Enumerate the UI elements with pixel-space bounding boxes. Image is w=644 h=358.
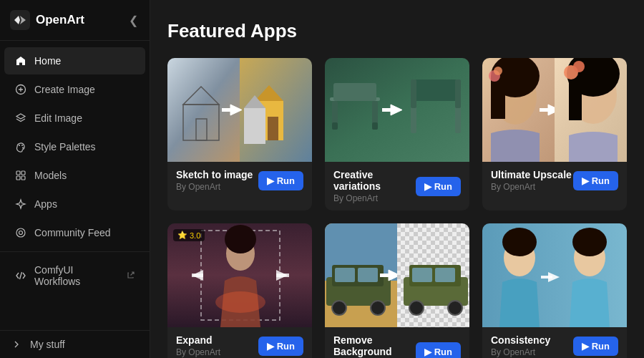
run-button-creative[interactable]: ▶ Run	[416, 177, 461, 196]
run-button-removebg[interactable]: ▶ Run	[416, 342, 461, 359]
svg-rect-75	[380, 274, 391, 277]
app-card-info-removebg: Remove Background By OpenArt ▶ Run	[325, 327, 469, 358]
svg-point-10	[19, 231, 23, 235]
svg-rect-72	[335, 268, 355, 282]
svg-point-87	[502, 228, 537, 256]
app-card-title-upscale: Ultimate Upscale	[491, 169, 572, 180]
svg-rect-45	[540, 108, 551, 112]
svg-rect-91	[541, 276, 552, 279]
sidebar-label-create-image: Create Image	[34, 84, 95, 95]
app-card-consistency[interactable]: Consistency By OpenArt ▶ Run	[482, 223, 627, 358]
run-button-consistency[interactable]: ▶ Run	[573, 337, 618, 356]
svg-point-70	[332, 301, 346, 315]
svg-point-51	[573, 61, 585, 72]
svg-rect-36	[411, 79, 416, 108]
svg-rect-6	[21, 171, 25, 175]
app-card-author-consistency: By OpenArt	[491, 347, 550, 357]
sidebar-label-comfyui: ComfyUI Workflows	[34, 264, 119, 287]
palette-icon	[14, 140, 27, 153]
svg-rect-60	[276, 274, 289, 277]
app-card-info-expand: Expand By OpenArt ▶ Run	[167, 327, 312, 358]
app-card-text-creative: Creative variations By OpenArt	[333, 169, 416, 203]
sidebar-item-apps[interactable]: Apps	[4, 190, 145, 218]
svg-point-43	[494, 67, 502, 75]
app-card-title-removebg: Remove Background	[333, 334, 416, 357]
layers-icon	[14, 112, 27, 125]
app-card-image-upscale	[482, 58, 627, 162]
app-card-creative-variations[interactable]: Creative variations By OpenArt ▶ Run	[325, 58, 469, 211]
svg-rect-49	[569, 74, 582, 120]
run-button-upscale[interactable]: ▶ Run	[573, 171, 618, 190]
chevron-right-icon	[10, 338, 23, 351]
home-icon	[14, 54, 27, 67]
app-card-info-sketch: Sketch to image By OpenArt ▶ Run	[167, 162, 312, 199]
svg-point-55	[225, 225, 256, 253]
svg-point-9	[16, 228, 25, 237]
sidebar-item-create-image[interactable]: Create Image	[4, 76, 145, 103]
svg-rect-22	[222, 108, 233, 112]
app-card-author-upscale: By OpenArt	[491, 182, 572, 192]
app-card-title-consistency: Consistency	[491, 334, 550, 346]
apps-grid: Sketch to image By OpenArt ▶ Run	[167, 58, 627, 358]
rating-badge: ⭐ 3.0	[173, 229, 205, 241]
svg-rect-31	[382, 108, 394, 112]
svg-rect-28	[332, 122, 338, 130]
sidebar-label-style-palettes: Style Palettes	[34, 141, 96, 153]
sidebar-collapse-button[interactable]: ❮	[126, 12, 141, 29]
logo: OpenArt	[10, 10, 84, 30]
sidebar-item-my-stuff[interactable]: My stuff	[0, 330, 150, 358]
svg-rect-8	[21, 176, 25, 180]
svg-point-56	[215, 291, 265, 313]
openart-logo-icon	[10, 10, 30, 30]
app-card-ultimate-upscale[interactable]: Ultimate Upscale By OpenArt ▶ Run	[482, 58, 627, 211]
sidebar-item-comfyui[interactable]: ComfyUI Workflows	[4, 257, 145, 294]
app-card-title-expand: Expand	[176, 334, 220, 346]
svg-rect-41	[491, 76, 505, 119]
app-card-info-consistency: Consistency By OpenArt ▶ Run	[482, 327, 627, 358]
sidebar-item-edit-image[interactable]: Edit Image	[4, 105, 145, 132]
star-icon: ⭐	[177, 231, 187, 240]
app-card-remove-background[interactable]: Remove Background By OpenArt ▶ Run	[325, 223, 469, 358]
app-card-author-expand: By OpenArt	[176, 347, 220, 357]
app-card-title-sketch: Sketch to image	[176, 169, 253, 180]
sidebar: OpenArt ❮ Home Create Image Edit Image	[0, 0, 150, 358]
svg-rect-33	[414, 79, 457, 101]
app-card-image-removebg	[325, 223, 469, 327]
app-card-author-sketch: By OpenArt	[176, 182, 253, 192]
svg-point-89	[572, 228, 607, 256]
svg-rect-19	[244, 108, 265, 144]
sidebar-label-edit-image: Edit Image	[34, 112, 82, 124]
app-card-info-creative: Creative variations By OpenArt ▶ Run	[325, 162, 469, 211]
app-card-sketch-to-image[interactable]: Sketch to image By OpenArt ▶ Run	[167, 58, 312, 211]
sparkle-icon	[14, 198, 27, 211]
svg-rect-37	[455, 79, 461, 108]
svg-rect-5	[16, 171, 20, 175]
app-card-text-consistency: Consistency By OpenArt	[491, 334, 550, 357]
run-button-expand[interactable]: ▶ Run	[258, 337, 303, 356]
app-card-expand[interactable]: ⭐ 3.0 Expand By OpenArt ▶ Run	[167, 223, 312, 358]
sidebar-item-models[interactable]: Models	[4, 162, 145, 189]
svg-point-71	[371, 301, 385, 315]
logo-area: OpenArt ❮	[0, 0, 150, 41]
sidebar-item-community-feed[interactable]: Community Feed	[4, 219, 145, 246]
run-button-sketch[interactable]: ▶ Run	[258, 171, 303, 190]
svg-point-81	[409, 301, 424, 315]
nav-list: Home Create Image Edit Image Style Palet…	[0, 41, 150, 330]
svg-point-3	[21, 145, 23, 146]
app-card-text-sketch: Sketch to image By OpenArt	[176, 169, 253, 192]
circle-icon	[14, 226, 27, 239]
grid-icon	[14, 169, 27, 182]
svg-rect-29	[372, 122, 378, 130]
plus-circle-icon	[14, 83, 27, 96]
sidebar-item-home[interactable]: Home	[4, 47, 145, 74]
app-card-title-creative: Creative variations	[333, 169, 416, 192]
sidebar-label-community-feed: Community Feed	[34, 227, 111, 238]
sidebar-label-models: Models	[34, 170, 67, 181]
app-card-text-upscale: Ultimate Upscale By OpenArt	[491, 169, 572, 192]
rating-value: 3.0	[190, 231, 200, 240]
app-card-image-creative	[325, 58, 469, 162]
app-card-text-expand: Expand By OpenArt	[176, 334, 220, 357]
sidebar-item-style-palettes[interactable]: Style Palettes	[4, 133, 145, 160]
logo-text: OpenArt	[36, 13, 84, 27]
code-icon	[14, 269, 27, 282]
